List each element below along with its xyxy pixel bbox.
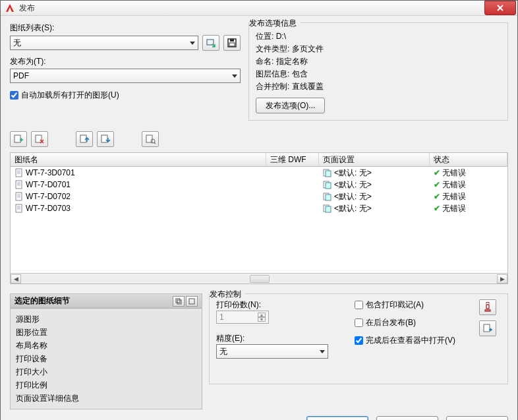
svg-rect-12 bbox=[326, 171, 331, 177]
move-up-button[interactable] bbox=[76, 131, 93, 147]
details-header-title: 选定的图纸细节 bbox=[14, 295, 70, 307]
table-row[interactable]: WT-7-D0703<默认: 无>✔无错误 bbox=[11, 202, 507, 214]
detail-line: 布局名称 bbox=[16, 339, 196, 352]
include-stamp-checkbox[interactable] bbox=[355, 301, 363, 309]
scroll-thumb[interactable] bbox=[250, 275, 270, 283]
svg-rect-22 bbox=[176, 299, 180, 303]
move-down-button[interactable] bbox=[97, 131, 114, 147]
copies-input[interactable]: 1 ▲▼ bbox=[216, 311, 269, 324]
details-expand-button[interactable] bbox=[186, 296, 198, 307]
footer: 隐藏细节(I) 发布(P) 取消 帮助(H) bbox=[10, 416, 508, 420]
sheet-toolbar bbox=[10, 131, 508, 147]
table-row[interactable]: WT-7-3D0701<默认: 无>✔无错误 bbox=[11, 167, 507, 179]
precision-select[interactable]: 无 bbox=[216, 344, 328, 359]
svg-rect-13 bbox=[16, 181, 22, 189]
details-body: 源图形图形位置布局名称打印设备打印大小打印比例页面设置详细信息 bbox=[11, 309, 202, 409]
pubctrl-legend: 发布控制 bbox=[210, 289, 245, 300]
table-row[interactable]: WT-7-D0701<默认: 无>✔无错误 bbox=[11, 179, 507, 191]
close-icon bbox=[496, 4, 504, 12]
svg-rect-24 bbox=[189, 299, 194, 304]
precision-label: 精度(E): bbox=[216, 333, 341, 344]
col-3d-dwf[interactable]: 三维 DWF bbox=[266, 153, 319, 166]
sheet-details-panel: 选定的图纸细节 源图形图形位置布局名称打印设备打印大小打印比例页面设置详细信息 bbox=[10, 293, 202, 409]
svg-rect-25 bbox=[484, 324, 490, 332]
svg-rect-10 bbox=[16, 169, 22, 177]
svg-rect-16 bbox=[16, 193, 22, 200]
autoload-label: 自动加载所有打开的图形(U) bbox=[21, 90, 119, 101]
publish-options-button[interactable]: 发布选项(O)... bbox=[256, 98, 325, 113]
svg-rect-19 bbox=[16, 204, 22, 212]
copies-label: 打印份数(N): bbox=[216, 299, 341, 311]
help-button[interactable]: 帮助(H) bbox=[446, 416, 508, 420]
svg-rect-23 bbox=[177, 300, 181, 304]
detail-line: 打印设备 bbox=[16, 352, 196, 365]
svg-rect-15 bbox=[326, 183, 331, 189]
chevron-down-icon bbox=[232, 75, 237, 78]
details-copy-button[interactable] bbox=[173, 296, 185, 307]
grid-header: 图纸名 三维 DWF 页面设置 状态 bbox=[10, 152, 508, 167]
spin-up-icon[interactable]: ▲ bbox=[258, 313, 266, 317]
chevron-down-icon bbox=[320, 350, 325, 353]
detail-line: 图形位置 bbox=[16, 326, 196, 339]
close-button[interactable] bbox=[484, 1, 516, 15]
pubinfo-legend: 发布选项信息 bbox=[249, 18, 301, 29]
svg-rect-18 bbox=[326, 195, 331, 200]
horizontal-scrollbar[interactable]: ◀ ▶ bbox=[10, 274, 508, 284]
svg-rect-4 bbox=[14, 135, 20, 142]
svg-rect-21 bbox=[326, 206, 331, 212]
svg-rect-8 bbox=[146, 135, 152, 142]
detail-line: 打印比例 bbox=[16, 378, 196, 392]
detail-line: 打印大小 bbox=[16, 365, 196, 378]
publish-dialog: 发布 图纸列表(S): 无 bbox=[0, 0, 518, 420]
detail-line: 源图形 bbox=[16, 313, 196, 326]
svg-rect-2 bbox=[230, 39, 234, 42]
scroll-right-arrow[interactable]: ▶ bbox=[497, 274, 507, 284]
spin-down-icon[interactable]: ▼ bbox=[258, 317, 266, 322]
cancel-button[interactable]: 取消 bbox=[376, 416, 438, 420]
content-area: 图纸列表(S): 无 发布为(T): PDF bbox=[1, 16, 517, 420]
titlebar: 发布 bbox=[1, 1, 517, 16]
background-publish-checkbox[interactable] bbox=[355, 318, 363, 327]
scroll-left-arrow[interactable]: ◀ bbox=[11, 274, 21, 284]
col-status[interactable]: 状态 bbox=[430, 153, 507, 166]
add-sheet-button[interactable] bbox=[10, 131, 27, 147]
sheet-list-select[interactable]: 无 bbox=[10, 36, 198, 50]
remove-sheet-button[interactable] bbox=[31, 131, 48, 147]
detail-line: 页面设置详细信息 bbox=[16, 392, 196, 405]
window-title: 发布 bbox=[19, 3, 484, 14]
import-sheet-button[interactable] bbox=[202, 35, 219, 51]
stamp-settings-button[interactable] bbox=[479, 299, 496, 315]
sheet-list-label: 图纸列表(S): bbox=[10, 22, 241, 34]
publish-as-label: 发布为(T): bbox=[10, 56, 241, 67]
background-settings-button[interactable] bbox=[479, 320, 496, 336]
svg-rect-5 bbox=[36, 135, 42, 142]
grid-body[interactable]: WT-7-3D0701<默认: 无>✔无错误WT-7-D0701<默认: 无>✔… bbox=[10, 167, 508, 274]
publish-button[interactable]: 发布(P) bbox=[306, 416, 368, 420]
save-sheet-button[interactable] bbox=[223, 35, 241, 51]
svg-rect-7 bbox=[101, 135, 107, 142]
sheet-grid: 图纸名 三维 DWF 页面设置 状态 WT-7-3D0701<默认: 无>✔无错… bbox=[10, 152, 508, 284]
autoload-checkbox[interactable] bbox=[10, 91, 18, 100]
preview-button[interactable] bbox=[142, 131, 159, 147]
col-page-setup[interactable]: 页面设置 bbox=[319, 153, 430, 166]
autocad-icon bbox=[5, 3, 15, 13]
col-sheet-name[interactable]: 图纸名 bbox=[11, 153, 266, 166]
table-row[interactable]: WT-7-D0702<默认: 无>✔无错误 bbox=[11, 191, 507, 202]
svg-rect-3 bbox=[229, 43, 235, 46]
open-viewer-checkbox[interactable] bbox=[355, 336, 363, 345]
publish-as-select[interactable]: PDF bbox=[10, 69, 241, 83]
chevron-down-icon bbox=[190, 42, 195, 45]
